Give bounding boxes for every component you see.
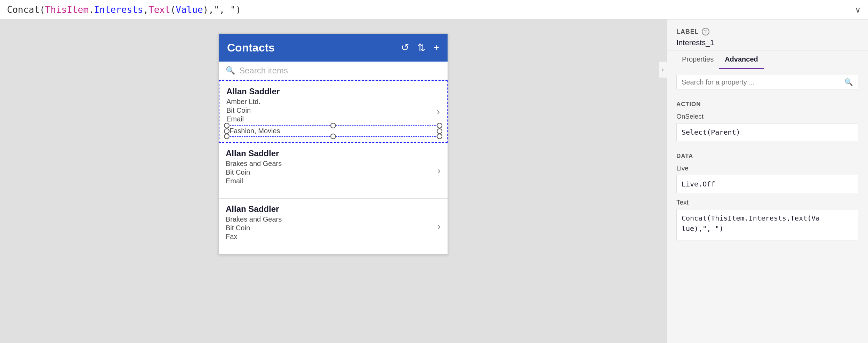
handle-tl[interactable] <box>224 123 230 128</box>
handle-bm[interactable] <box>330 134 336 139</box>
right-panel: › LABEL ? Interests_1 Properties Advance… <box>666 19 868 343</box>
property-search-icon: 🔍 <box>844 78 853 86</box>
item-company: Brakes and Gears <box>226 215 441 223</box>
label-heading: LABEL <box>676 28 699 35</box>
formula-text-fn: Text <box>148 5 170 15</box>
formula-interests: Interests <box>94 5 143 15</box>
item-company: Brakes and Gears <box>226 160 441 168</box>
canvas-area: Contacts ↺ ⇅ + 🔍 Search items Allan Sadd… <box>0 19 666 343</box>
sort-button[interactable]: ⇅ <box>417 43 425 53</box>
handle-mr[interactable] <box>437 128 442 134</box>
text-label: Text <box>676 199 858 206</box>
item-chevron-3[interactable]: › <box>437 221 441 232</box>
gallery-icons: ↺ ⇅ + <box>401 43 439 53</box>
action-section-title: ACTION <box>676 101 858 108</box>
app-preview: Contacts ↺ ⇅ + 🔍 Search items Allan Sadd… <box>218 33 448 255</box>
item-name: Allan Saddler <box>226 87 440 96</box>
gallery-item[interactable]: Allan Saddler Amber Ltd. Bit Coin Email … <box>219 80 448 143</box>
property-search-section: 🔍 <box>667 69 868 95</box>
item-name: Allan Saddler <box>226 204 441 214</box>
item-name: Allan Saddler <box>226 149 441 158</box>
tab-advanced[interactable]: Advanced <box>719 50 764 69</box>
formula-value: Value <box>176 5 203 15</box>
property-search-input-wrap[interactable]: 🔍 <box>676 75 858 89</box>
gallery-item[interactable]: Allan Saddler Brakes and Gears Bit Coin … <box>219 143 448 199</box>
item-contact-type: Fax <box>226 233 441 241</box>
formula-expression: Concat(ThisItem.Interests,Text(Value),",… <box>7 5 241 15</box>
text-value[interactable]: Concat(ThisItem.Interests,Text(Value),",… <box>676 209 858 240</box>
item-chevron-1[interactable]: › <box>437 106 440 117</box>
handle-tm[interactable] <box>330 123 336 128</box>
action-section: ACTION OnSelect Select(Parent) <box>667 95 868 147</box>
item-coin: Bit Coin <box>226 224 441 232</box>
label-section: LABEL ? Interests_1 <box>667 19 868 50</box>
property-search-input[interactable] <box>682 78 841 86</box>
live-label: Live <box>676 165 858 172</box>
gallery-title: Contacts <box>227 41 275 54</box>
item-contact-type: Email <box>226 177 441 185</box>
item-chevron-2[interactable]: › <box>437 165 441 176</box>
panel-toggle-button[interactable]: › <box>659 61 667 78</box>
live-value[interactable]: Live.Off <box>676 175 858 193</box>
search-placeholder-text: Search items <box>239 66 441 75</box>
main-area: Contacts ↺ ⇅ + 🔍 Search items Allan Sadd… <box>0 19 868 343</box>
formula-collapse-button[interactable]: ∨ <box>855 5 861 15</box>
data-section-title: DATA <box>676 153 858 160</box>
item-contact-type: Email <box>226 115 440 123</box>
item-coin: Bit Coin <box>226 168 441 176</box>
formula-bar: Concat(ThisItem.Interests,Text(Value),",… <box>0 0 868 19</box>
interests-label-container: Fashion, Movies <box>226 125 440 137</box>
formula-concat: Concat <box>7 5 40 15</box>
interests-label: Fashion, Movies <box>226 125 440 137</box>
handle-tr[interactable] <box>437 123 442 128</box>
gallery-item[interactable]: Allan Saddler Brakes and Gears Bit Coin … <box>219 199 448 254</box>
tab-properties[interactable]: Properties <box>676 50 719 69</box>
formula-thisitem: ThisItem <box>45 5 89 15</box>
label-value: Interests_1 <box>676 38 858 47</box>
search-icon: 🔍 <box>226 66 235 75</box>
panel-tabs: Properties Advanced <box>667 50 868 69</box>
label-help-icon[interactable]: ? <box>702 28 709 35</box>
onselect-value[interactable]: Select(Parent) <box>676 123 858 141</box>
data-section: DATA Live Live.Off Text Concat(ThisItem.… <box>667 147 868 246</box>
add-button[interactable]: + <box>434 43 439 53</box>
onselect-label: OnSelect <box>676 113 858 120</box>
item-company: Amber Ltd. <box>226 98 440 106</box>
handle-br[interactable] <box>437 134 442 139</box>
label-row: LABEL ? <box>676 28 858 35</box>
handle-ml[interactable] <box>224 128 230 134</box>
gallery-header: Contacts ↺ ⇅ + <box>219 34 448 62</box>
handle-bl[interactable] <box>224 134 230 139</box>
refresh-button[interactable]: ↺ <box>401 43 409 53</box>
search-bar[interactable]: 🔍 Search items <box>219 62 448 80</box>
item-coin: Bit Coin <box>226 106 440 114</box>
